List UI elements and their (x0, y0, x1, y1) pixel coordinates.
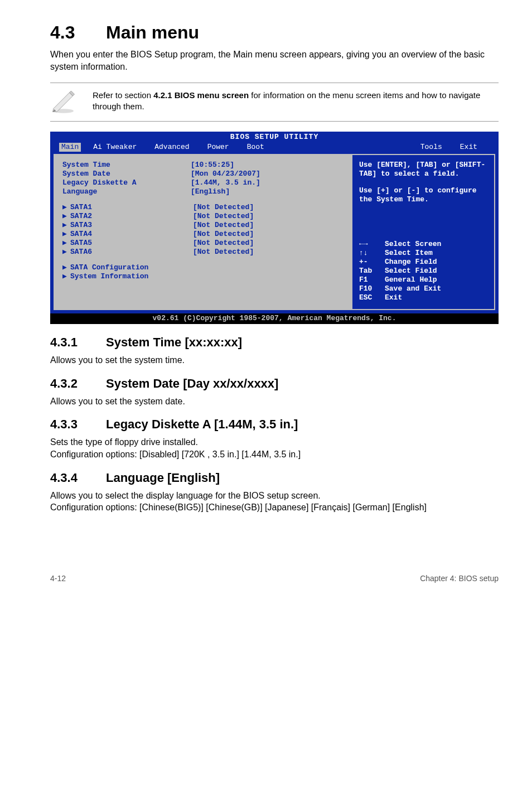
bios-row-sata2[interactable]: ▶SATA2[Not Detected] (62, 212, 344, 221)
bios-copyright: v02.61 (C)Copyright 1985-2007, American … (50, 313, 499, 324)
paragraph: Configuration options: [Disabled] [720K … (50, 448, 499, 461)
triangle-right-icon: ▶ (62, 203, 68, 212)
legend-key: +- (359, 258, 385, 267)
subsection-title: Language [English] (106, 471, 220, 485)
bios-row-legacy-diskette[interactable]: Legacy Diskette A [1.44M, 3.5 in.] (62, 178, 344, 187)
bios-tab-tools[interactable]: Tools (415, 143, 448, 152)
bios-tab-exit[interactable]: Exit (454, 143, 483, 152)
bios-label: SATA5 (70, 239, 193, 248)
bios-row-system-info[interactable]: ▶System Information (62, 272, 344, 281)
intro-paragraph: When you enter the BIOS Setup program, t… (50, 49, 499, 73)
legend-action: Select Field (385, 267, 437, 276)
page-footer: 4-12 Chapter 4: BIOS setup (0, 540, 532, 594)
subsection-number: 4.3.2 (50, 376, 106, 391)
section-number: 4.3 (50, 22, 106, 43)
bios-label: System Date (62, 170, 191, 178)
bios-row-sata-config[interactable]: ▶SATA Configuration (62, 263, 344, 272)
note-box: Refer to section 4.2.1 BIOS menu screen … (50, 83, 499, 122)
bios-label: SATA1 (70, 203, 193, 212)
bios-value: [Not Detected] (193, 248, 344, 257)
triangle-right-icon: ▶ (62, 263, 68, 272)
triangle-right-icon: ▶ (62, 221, 68, 230)
subsection-title: System Time [xx:xx:xx] (106, 335, 242, 350)
bios-label: SATA6 (70, 248, 193, 257)
legend-row: F1General Help (359, 276, 487, 284)
legend-action: Save and Exit (385, 284, 441, 293)
subsection-heading: 4.3.1 System Time [xx:xx:xx] (50, 335, 499, 350)
bios-label: SATA3 (70, 221, 193, 230)
subsection-heading: 4.3.2 System Date [Day xx/xx/xxxx] (50, 376, 499, 391)
chapter-label: Chapter 4: BIOS setup (420, 574, 499, 583)
subsection-title: System Date [Day xx/xx/xxxx] (106, 376, 278, 391)
legend-key: F10 (359, 284, 385, 293)
legend-key: F1 (359, 276, 385, 284)
bios-label: Legacy Diskette A (62, 178, 191, 187)
note-text-bold: 4.2.1 BIOS menu screen (153, 90, 249, 100)
bios-tab-boot[interactable]: Boot (241, 143, 270, 152)
bios-row-sata3[interactable]: ▶SATA3[Not Detected] (62, 221, 344, 230)
bios-value: [Not Detected] (193, 230, 344, 239)
bios-tab-ai-tweaker[interactable]: Ai Tweaker (88, 143, 142, 152)
bios-left-panel: System Time [10:55:25] System Date [Mon … (54, 154, 352, 310)
bios-row-language[interactable]: Language [English] (62, 187, 344, 196)
bios-legend: ←→Select Screen ↑↓Select Item +-Change F… (359, 240, 487, 302)
bios-value: [English] (191, 187, 344, 196)
bios-help2: Use [+] or [-] to configure the System T… (359, 186, 487, 204)
bios-label: System Time (62, 161, 191, 170)
bios-row-sata5[interactable]: ▶SATA5[Not Detected] (62, 239, 344, 248)
legend-action: Select Item (385, 249, 433, 258)
bios-label: SATA Configuration (70, 263, 199, 272)
bios-screenshot: BIOS SETUP UTILITY Main Ai Tweaker Advan… (50, 132, 499, 324)
bios-label: SATA2 (70, 212, 193, 221)
paragraph: Sets the type of floppy drive installed. (50, 436, 499, 448)
bios-row-system-time[interactable]: System Time [10:55:25] (62, 161, 344, 170)
legend-action: General Help (385, 276, 437, 284)
bios-value: [10:55:25] (191, 161, 344, 170)
legend-key: ESC (359, 293, 385, 302)
bios-value: [1.44M, 3.5 in.] (191, 178, 344, 187)
bios-value: [Not Detected] (193, 221, 344, 230)
pencil-note-icon (50, 88, 93, 117)
section-heading: 4.3 Main menu (50, 22, 499, 43)
legend-row: ↑↓Select Item (359, 249, 487, 258)
legend-row: TabSelect Field (359, 267, 487, 276)
triangle-right-icon: ▶ (62, 272, 68, 281)
subsection-number: 4.3.1 (50, 335, 106, 350)
bios-value: [Not Detected] (193, 203, 344, 212)
legend-key: ↑↓ (359, 249, 385, 258)
legend-row: F10Save and Exit (359, 284, 487, 293)
triangle-right-icon: ▶ (62, 239, 68, 248)
bios-title: BIOS SETUP UTILITY (50, 132, 499, 143)
bios-tab-advanced[interactable]: Advanced (149, 143, 195, 152)
triangle-right-icon: ▶ (62, 212, 68, 221)
legend-key: ←→ (359, 240, 385, 249)
paragraph: Configuration options: [Chinese(BIG5)] [… (50, 501, 499, 514)
bios-row-sata4[interactable]: ▶SATA4[Not Detected] (62, 230, 344, 239)
bios-label: System Information (70, 272, 199, 281)
bios-tab-main[interactable]: Main (59, 143, 81, 152)
bios-menubar: Main Ai Tweaker Advanced Power Boot Tool… (50, 143, 499, 153)
legend-action: Change Field (385, 258, 437, 267)
subsection-number: 4.3.3 (50, 417, 106, 432)
paragraph: Allows you to set the system time. (50, 354, 499, 366)
subsection-heading: 4.3.3 Legacy Diskette A [1.44M, 3.5 in.] (50, 417, 499, 432)
subsection-title: Legacy Diskette A [1.44M, 3.5 in.] (106, 417, 298, 432)
bios-value: [Mon 04/23/2007] (191, 170, 344, 178)
triangle-right-icon: ▶ (62, 248, 68, 257)
bios-value: [Not Detected] (193, 212, 344, 221)
bios-tab-power[interactable]: Power (202, 143, 235, 152)
note-text: Refer to section 4.2.1 BIOS menu screen … (93, 88, 499, 113)
bios-row-system-date[interactable]: System Date [Mon 04/23/2007] (62, 170, 344, 178)
legend-action: Select Screen (385, 240, 441, 249)
bios-row-sata1[interactable]: ▶SATA1[Not Detected] (62, 203, 344, 212)
bios-label: SATA4 (70, 230, 193, 239)
bios-help1: Use [ENTER], [TAB] or [SHIFT-TAB] to sel… (359, 161, 487, 178)
triangle-right-icon: ▶ (62, 230, 68, 239)
bios-right-panel: Use [ENTER], [TAB] or [SHIFT-TAB] to sel… (352, 154, 495, 310)
bios-row-sata6[interactable]: ▶SATA6[Not Detected] (62, 248, 344, 257)
bios-value: [Not Detected] (193, 239, 344, 248)
note-text-before: Refer to section (93, 90, 153, 100)
subsection-number: 4.3.4 (50, 471, 106, 485)
legend-row: +-Change Field (359, 258, 487, 267)
subsection-heading: 4.3.4 Language [English] (50, 471, 499, 485)
